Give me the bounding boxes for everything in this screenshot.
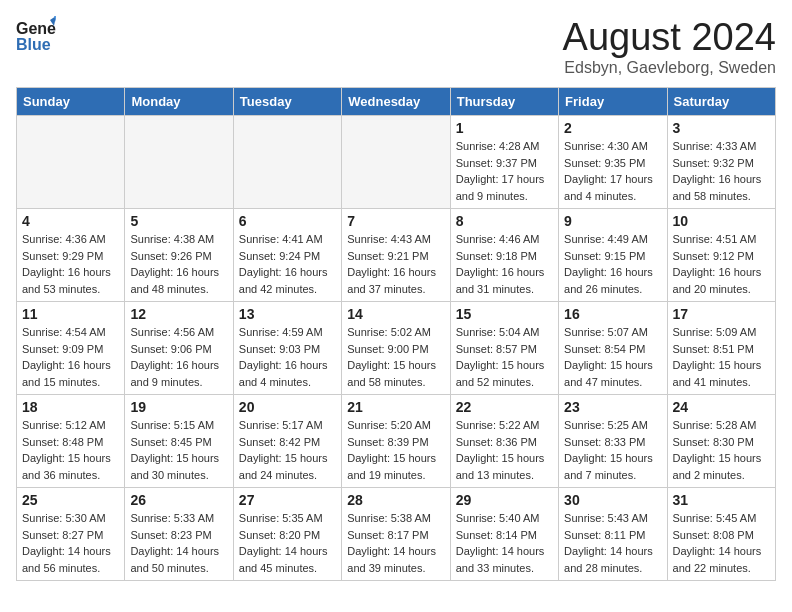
day-info: Sunrise: 4:59 AM Sunset: 9:03 PM Dayligh… — [239, 324, 336, 390]
day-number: 10 — [673, 213, 770, 229]
calendar-cell: 18Sunrise: 5:12 AM Sunset: 8:48 PM Dayli… — [17, 395, 125, 488]
weekday-header-sunday: Sunday — [17, 88, 125, 116]
svg-text:Blue: Blue — [16, 36, 51, 53]
day-number: 11 — [22, 306, 119, 322]
day-info: Sunrise: 5:43 AM Sunset: 8:11 PM Dayligh… — [564, 510, 661, 576]
calendar-cell: 6Sunrise: 4:41 AM Sunset: 9:24 PM Daylig… — [233, 209, 341, 302]
calendar-cell: 20Sunrise: 5:17 AM Sunset: 8:42 PM Dayli… — [233, 395, 341, 488]
calendar-cell: 22Sunrise: 5:22 AM Sunset: 8:36 PM Dayli… — [450, 395, 558, 488]
day-info: Sunrise: 4:46 AM Sunset: 9:18 PM Dayligh… — [456, 231, 553, 297]
day-number: 20 — [239, 399, 336, 415]
day-number: 6 — [239, 213, 336, 229]
weekday-header-friday: Friday — [559, 88, 667, 116]
day-info: Sunrise: 4:33 AM Sunset: 9:32 PM Dayligh… — [673, 138, 770, 204]
day-info: Sunrise: 5:02 AM Sunset: 9:00 PM Dayligh… — [347, 324, 444, 390]
day-number: 29 — [456, 492, 553, 508]
day-info: Sunrise: 5:35 AM Sunset: 8:20 PM Dayligh… — [239, 510, 336, 576]
page-header: GeneralBlue August 2024 Edsbyn, Gaevlebo… — [16, 16, 776, 77]
day-number: 31 — [673, 492, 770, 508]
day-number: 2 — [564, 120, 661, 136]
day-info: Sunrise: 4:28 AM Sunset: 9:37 PM Dayligh… — [456, 138, 553, 204]
calendar-cell: 16Sunrise: 5:07 AM Sunset: 8:54 PM Dayli… — [559, 302, 667, 395]
day-info: Sunrise: 5:45 AM Sunset: 8:08 PM Dayligh… — [673, 510, 770, 576]
day-info: Sunrise: 5:22 AM Sunset: 8:36 PM Dayligh… — [456, 417, 553, 483]
calendar-cell: 26Sunrise: 5:33 AM Sunset: 8:23 PM Dayli… — [125, 488, 233, 581]
calendar-cell: 17Sunrise: 5:09 AM Sunset: 8:51 PM Dayli… — [667, 302, 775, 395]
calendar-cell — [125, 116, 233, 209]
weekday-header-wednesday: Wednesday — [342, 88, 450, 116]
day-info: Sunrise: 4:41 AM Sunset: 9:24 PM Dayligh… — [239, 231, 336, 297]
day-info: Sunrise: 4:30 AM Sunset: 9:35 PM Dayligh… — [564, 138, 661, 204]
calendar-week-row: 25Sunrise: 5:30 AM Sunset: 8:27 PM Dayli… — [17, 488, 776, 581]
svg-text:General: General — [16, 20, 56, 37]
day-info: Sunrise: 5:25 AM Sunset: 8:33 PM Dayligh… — [564, 417, 661, 483]
day-number: 26 — [130, 492, 227, 508]
calendar-header-row: SundayMondayTuesdayWednesdayThursdayFrid… — [17, 88, 776, 116]
day-number: 9 — [564, 213, 661, 229]
calendar-week-row: 1Sunrise: 4:28 AM Sunset: 9:37 PM Daylig… — [17, 116, 776, 209]
calendar-cell: 12Sunrise: 4:56 AM Sunset: 9:06 PM Dayli… — [125, 302, 233, 395]
calendar-cell: 2Sunrise: 4:30 AM Sunset: 9:35 PM Daylig… — [559, 116, 667, 209]
day-number: 13 — [239, 306, 336, 322]
calendar-cell: 28Sunrise: 5:38 AM Sunset: 8:17 PM Dayli… — [342, 488, 450, 581]
day-info: Sunrise: 5:28 AM Sunset: 8:30 PM Dayligh… — [673, 417, 770, 483]
day-number: 16 — [564, 306, 661, 322]
calendar-cell: 3Sunrise: 4:33 AM Sunset: 9:32 PM Daylig… — [667, 116, 775, 209]
day-number: 3 — [673, 120, 770, 136]
calendar-cell: 24Sunrise: 5:28 AM Sunset: 8:30 PM Dayli… — [667, 395, 775, 488]
day-number: 22 — [456, 399, 553, 415]
calendar-cell: 31Sunrise: 5:45 AM Sunset: 8:08 PM Dayli… — [667, 488, 775, 581]
day-info: Sunrise: 5:07 AM Sunset: 8:54 PM Dayligh… — [564, 324, 661, 390]
day-number: 15 — [456, 306, 553, 322]
day-number: 21 — [347, 399, 444, 415]
day-number: 14 — [347, 306, 444, 322]
day-info: Sunrise: 4:38 AM Sunset: 9:26 PM Dayligh… — [130, 231, 227, 297]
day-info: Sunrise: 4:54 AM Sunset: 9:09 PM Dayligh… — [22, 324, 119, 390]
calendar-cell: 25Sunrise: 5:30 AM Sunset: 8:27 PM Dayli… — [17, 488, 125, 581]
day-number: 25 — [22, 492, 119, 508]
calendar-cell: 5Sunrise: 4:38 AM Sunset: 9:26 PM Daylig… — [125, 209, 233, 302]
day-info: Sunrise: 5:40 AM Sunset: 8:14 PM Dayligh… — [456, 510, 553, 576]
day-number: 5 — [130, 213, 227, 229]
day-number: 19 — [130, 399, 227, 415]
calendar-subtitle: Edsbyn, Gaevleborg, Sweden — [563, 59, 776, 77]
day-number: 7 — [347, 213, 444, 229]
weekday-header-saturday: Saturday — [667, 88, 775, 116]
day-info: Sunrise: 5:30 AM Sunset: 8:27 PM Dayligh… — [22, 510, 119, 576]
calendar-cell: 23Sunrise: 5:25 AM Sunset: 8:33 PM Dayli… — [559, 395, 667, 488]
day-number: 23 — [564, 399, 661, 415]
weekday-header-monday: Monday — [125, 88, 233, 116]
calendar-cell: 11Sunrise: 4:54 AM Sunset: 9:09 PM Dayli… — [17, 302, 125, 395]
calendar-cell: 15Sunrise: 5:04 AM Sunset: 8:57 PM Dayli… — [450, 302, 558, 395]
day-info: Sunrise: 5:15 AM Sunset: 8:45 PM Dayligh… — [130, 417, 227, 483]
day-info: Sunrise: 4:51 AM Sunset: 9:12 PM Dayligh… — [673, 231, 770, 297]
day-number: 8 — [456, 213, 553, 229]
day-info: Sunrise: 5:04 AM Sunset: 8:57 PM Dayligh… — [456, 324, 553, 390]
day-info: Sunrise: 5:17 AM Sunset: 8:42 PM Dayligh… — [239, 417, 336, 483]
calendar-cell: 7Sunrise: 4:43 AM Sunset: 9:21 PM Daylig… — [342, 209, 450, 302]
day-info: Sunrise: 5:33 AM Sunset: 8:23 PM Dayligh… — [130, 510, 227, 576]
day-number: 18 — [22, 399, 119, 415]
day-info: Sunrise: 4:36 AM Sunset: 9:29 PM Dayligh… — [22, 231, 119, 297]
calendar-cell — [342, 116, 450, 209]
calendar-week-row: 11Sunrise: 4:54 AM Sunset: 9:09 PM Dayli… — [17, 302, 776, 395]
calendar-week-row: 4Sunrise: 4:36 AM Sunset: 9:29 PM Daylig… — [17, 209, 776, 302]
day-info: Sunrise: 4:43 AM Sunset: 9:21 PM Dayligh… — [347, 231, 444, 297]
day-number: 24 — [673, 399, 770, 415]
calendar-table: SundayMondayTuesdayWednesdayThursdayFrid… — [16, 87, 776, 581]
day-number: 4 — [22, 213, 119, 229]
day-number: 28 — [347, 492, 444, 508]
calendar-cell: 29Sunrise: 5:40 AM Sunset: 8:14 PM Dayli… — [450, 488, 558, 581]
day-number: 17 — [673, 306, 770, 322]
day-number: 1 — [456, 120, 553, 136]
calendar-cell: 10Sunrise: 4:51 AM Sunset: 9:12 PM Dayli… — [667, 209, 775, 302]
weekday-header-tuesday: Tuesday — [233, 88, 341, 116]
calendar-cell: 9Sunrise: 4:49 AM Sunset: 9:15 PM Daylig… — [559, 209, 667, 302]
day-info: Sunrise: 4:56 AM Sunset: 9:06 PM Dayligh… — [130, 324, 227, 390]
day-info: Sunrise: 4:49 AM Sunset: 9:15 PM Dayligh… — [564, 231, 661, 297]
calendar-title: August 2024 — [563, 16, 776, 59]
day-number: 30 — [564, 492, 661, 508]
calendar-cell: 1Sunrise: 4:28 AM Sunset: 9:37 PM Daylig… — [450, 116, 558, 209]
calendar-cell: 14Sunrise: 5:02 AM Sunset: 9:00 PM Dayli… — [342, 302, 450, 395]
calendar-cell: 21Sunrise: 5:20 AM Sunset: 8:39 PM Dayli… — [342, 395, 450, 488]
